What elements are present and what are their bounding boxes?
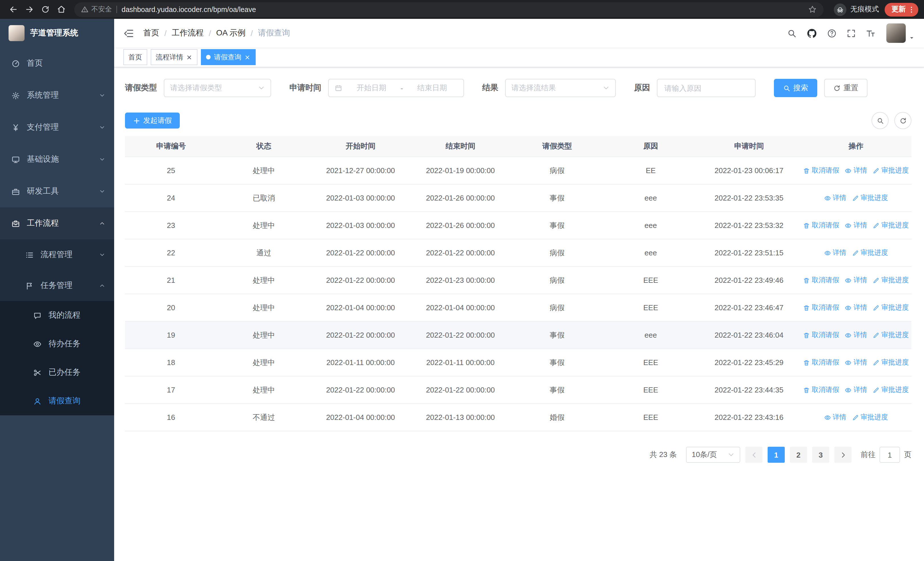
reload-button[interactable] [38,2,52,17]
sidebar-item-5[interactable]: 工作流程 [0,208,114,239]
approval-progress-link[interactable]: 审批进度 [852,412,888,422]
page-button-2[interactable]: 2 [790,447,807,463]
github-icon[interactable] [806,28,817,39]
leave-type-select[interactable]: 请选择请假类型 [164,79,271,97]
table-row: 21处理中2022-01-22 00:00:002022-01-23 00:00… [125,266,912,294]
detail-link[interactable]: 详情 [845,330,867,340]
sidebar-item-label: 已办任务 [48,367,81,378]
active-tab-dot [206,55,211,59]
fullscreen-icon[interactable] [846,28,856,38]
next-page-button[interactable] [834,447,852,463]
approval-progress-link[interactable]: 审批进度 [873,221,909,230]
breadcrumb-item[interactable]: OA 示例 [216,28,246,38]
detail-link[interactable]: 详情 [845,275,867,285]
table-row: 18处理中2022-01-11 00:00:002022-01-11 00:00… [125,349,912,376]
breadcrumb-item[interactable]: 工作流程 [172,28,204,38]
sidebar-item-10[interactable]: 已办任务 [0,358,114,387]
result-select[interactable]: 请选择流结果 [505,79,616,97]
sidebar-item-11[interactable]: 请假查询 [0,387,114,415]
close-icon[interactable] [244,54,250,60]
app-logo[interactable]: 芋道管理系统 [0,19,114,47]
breadcrumb-separator: / [164,29,166,38]
create-leave-button[interactable]: 发起请假 [125,113,180,129]
detail-link[interactable]: 详情 [824,193,846,203]
action-label: 取消请假 [812,330,839,340]
sidebar-collapse-icon[interactable] [123,28,134,39]
approval-progress-link[interactable]: 审批进度 [873,385,909,395]
cancel-leave-link[interactable]: 取消请假 [803,303,839,313]
cancel-leave-link[interactable]: 取消请假 [803,330,839,340]
cancel-leave-link[interactable]: 取消请假 [803,275,839,285]
detail-link[interactable]: 详情 [824,412,846,422]
address-bar[interactable]: 不安全 dashboard.yudao.iocoder.cn/bpm/oa/le… [74,2,824,17]
update-button[interactable]: 更新 [885,3,918,16]
filter-reason: 原因 [634,79,756,97]
sidebar-item-9[interactable]: 待办任务 [0,329,114,358]
home-button[interactable] [54,2,69,17]
security-status[interactable]: 不安全 [81,5,112,14]
edit-icon [852,194,859,202]
user-menu[interactable] [886,23,915,43]
cancel-leave-link[interactable]: 取消请假 [803,221,839,230]
detail-link[interactable]: 详情 [845,358,867,367]
cell-start: 2022-01-22 00:00:00 [310,266,410,294]
cancel-leave-link[interactable]: 取消请假 [803,358,839,367]
cell-type: 事假 [510,321,604,349]
detail-link[interactable]: 详情 [845,221,867,230]
cell-status: 处理中 [217,266,310,294]
page-size-select[interactable]: 10条/页 [686,447,740,463]
sidebar-item-0[interactable]: 首页 [0,47,114,80]
page-button-3[interactable]: 3 [812,447,829,463]
sidebar-item-4[interactable]: 研发工具 [0,175,114,208]
approval-progress-link[interactable]: 审批进度 [873,330,909,340]
action-label: 取消请假 [812,221,839,230]
goto-page-input[interactable] [879,447,900,463]
approval-progress-link[interactable]: 审批进度 [873,303,909,313]
sidebar-item-2[interactable]: 支付管理 [0,111,114,143]
cell-reason: eee [604,321,698,349]
close-icon[interactable] [186,54,192,60]
tab-2[interactable]: 请假查询 [201,49,256,65]
goto-page: 前往 页 [861,447,912,463]
sidebar-item-6[interactable]: 流程管理 [0,239,114,270]
tab-0[interactable]: 首页 [123,49,147,65]
help-icon[interactable] [827,28,837,38]
sidebar-item-label: 流程管理 [40,250,72,260]
cancel-leave-link[interactable]: 取消请假 [803,165,839,175]
table-header-row: 申请编号状态开始时间结束时间请假类型原因申请时间操作 [125,136,912,157]
font-size-icon[interactable] [866,28,876,38]
page-button-1[interactable]: 1 [768,447,785,463]
approval-progress-link[interactable]: 审批进度 [873,358,909,367]
breadcrumb-item[interactable]: 首页 [143,28,159,38]
sidebar-item-1[interactable]: 系统管理 [0,80,114,111]
bookmark-star-icon[interactable] [808,5,817,14]
tab-1[interactable]: 流程详情 [151,49,198,65]
back-button[interactable] [6,2,21,17]
prev-page-button[interactable] [746,447,762,463]
action-label: 审批进度 [882,221,909,230]
cancel-leave-link[interactable]: 取消请假 [803,385,839,395]
chevron-left-icon [750,451,758,459]
approval-progress-link[interactable]: 审批进度 [852,193,888,203]
approval-progress-link[interactable]: 审批进度 [873,275,909,285]
reset-button[interactable]: 重置 [824,79,867,97]
refresh-table-button[interactable] [894,112,912,129]
reason-input[interactable] [657,79,756,97]
detail-link[interactable]: 详情 [824,248,846,258]
cell-end: 2022-01-13 00:00:00 [410,404,510,431]
cell-start: 2022-01-04 00:00:00 [310,294,410,321]
sidebar-item-7[interactable]: 任务管理 [0,270,114,301]
date-range-picker[interactable]: 开始日期 - 结束日期 [328,79,464,97]
detail-link[interactable]: 详情 [845,303,867,313]
search-icon[interactable] [787,28,797,38]
sidebar-item-8[interactable]: 我的流程 [0,301,114,329]
search-button[interactable]: 搜索 [774,79,817,97]
forward-button[interactable] [22,2,36,17]
toggle-search-button[interactable] [872,112,889,129]
detail-link[interactable]: 详情 [845,385,867,395]
app-title: 芋道管理系统 [30,28,78,38]
detail-link[interactable]: 详情 [845,165,867,175]
approval-progress-link[interactable]: 审批进度 [852,248,888,258]
sidebar-item-3[interactable]: 基础设施 [0,143,114,175]
approval-progress-link[interactable]: 审批进度 [873,165,909,175]
